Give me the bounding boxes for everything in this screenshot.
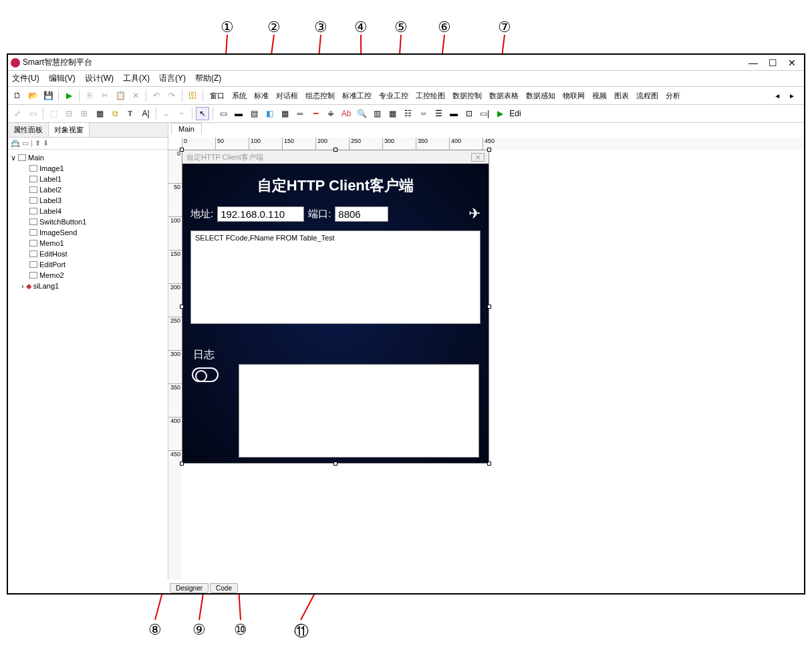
palette-next[interactable]: ►: [785, 91, 799, 101]
design-tab-main[interactable]: Main: [171, 123, 202, 134]
text-icon[interactable]: A|: [139, 107, 152, 120]
comp-icon[interactable]: ═: [293, 107, 307, 120]
comp-icon[interactable]: ▭: [217, 107, 230, 120]
object-tree[interactable]: ∨ Main Image1 Label1 Label2 Label3 Label…: [8, 150, 168, 294]
new-icon[interactable]: 🗋: [11, 89, 24, 102]
comp-icon[interactable]: ☰: [432, 107, 445, 120]
layers-icon[interactable]: ⧉: [108, 107, 122, 120]
palette-tab[interactable]: 专业工控: [376, 90, 412, 102]
tree-item[interactable]: Label3: [11, 195, 165, 206]
titlebar[interactable]: Smart智慧控制平台 — ☐ ✕: [8, 55, 804, 71]
tree-root[interactable]: ∨ Main: [11, 152, 165, 163]
comp-icon[interactable]: ▦: [386, 107, 399, 120]
label-log[interactable]: 日志: [193, 348, 489, 362]
menu-help[interactable]: 帮助(Z): [195, 73, 221, 84]
copy-icon[interactable]: ⎘: [83, 89, 96, 102]
comp-icon[interactable]: 🔍: [355, 107, 368, 120]
palette-tab[interactable]: 标准工控: [339, 90, 375, 102]
cut-icon[interactable]: ✂: [98, 89, 112, 102]
palette-tab[interactable]: 组态控制: [302, 90, 338, 102]
comp-icon[interactable]: ▭|: [478, 107, 491, 120]
switch-button[interactable]: [192, 367, 219, 382]
minimize-button[interactable]: —: [749, 57, 758, 68]
menu-tools[interactable]: 工具(X): [123, 73, 150, 84]
open-icon[interactable]: 📂: [26, 89, 39, 102]
comp-icon[interactable]: ▬: [232, 107, 245, 120]
tree-item[interactable]: Label4: [11, 206, 165, 216]
palette-tab[interactable]: 标准: [251, 90, 272, 102]
tab-designer[interactable]: Designer: [170, 583, 209, 593]
edit-host[interactable]: [217, 206, 304, 222]
comp-icon[interactable]: ◧: [263, 107, 276, 120]
tree-item[interactable]: EditHost: [11, 249, 165, 259]
align-icon[interactable]: ⬚: [47, 107, 60, 120]
tree-item[interactable]: Memo2: [11, 270, 165, 281]
memo-request[interactable]: SELECT FCode,FName FROM Table_Test: [190, 230, 481, 324]
align-icon[interactable]: ⤢: [11, 107, 24, 120]
menu-file[interactable]: 文件(U): [12, 73, 39, 84]
tree-item[interactable]: SwitchButton1: [11, 216, 165, 227]
paste-icon[interactable]: 📋: [114, 89, 127, 102]
close-button[interactable]: ✕: [788, 57, 796, 68]
form-canvas[interactable]: 自定HTTP Client客户端 ✕ 自定HTTP Client客户端 地址: …: [182, 150, 489, 464]
tree-item[interactable]: ImageSend: [11, 227, 165, 238]
palette-tab[interactable]: 系统: [229, 90, 250, 102]
palette-tab[interactable]: 分析: [662, 90, 684, 102]
pointer-icon[interactable]: ↖: [196, 107, 209, 120]
palette-tab[interactable]: 图表: [611, 90, 632, 102]
align-icon[interactable]: ⫟: [175, 107, 188, 120]
palette-tab[interactable]: 对话框: [273, 90, 301, 102]
tree-item[interactable]: Label1: [11, 174, 165, 184]
edit-port[interactable]: [335, 206, 388, 222]
align-icon[interactable]: ▦: [93, 107, 106, 120]
key-icon[interactable]: ⚿: [186, 89, 199, 102]
design-area[interactable]: Main 050100150200250300350400450 0501001…: [168, 123, 804, 580]
align-icon[interactable]: ⊞: [78, 107, 91, 120]
menu-design[interactable]: 设计(W): [85, 73, 114, 84]
comp-icon[interactable]: Edi: [509, 107, 522, 120]
palette-tab[interactable]: 窗口: [207, 90, 228, 102]
align-icon[interactable]: ⊟: [62, 107, 76, 120]
comp-icon[interactable]: ━: [309, 107, 322, 120]
label-port[interactable]: 端口:: [308, 208, 331, 220]
run-icon[interactable]: ▶: [62, 89, 76, 102]
align-icon[interactable]: ⫪: [124, 107, 137, 120]
palette-tab[interactable]: 数据表格: [486, 90, 522, 102]
comp-icon[interactable]: Ab: [340, 107, 353, 120]
palette-tab[interactable]: 物联网: [559, 90, 588, 102]
memo-log[interactable]: [239, 364, 479, 458]
tab-properties[interactable]: 属性面板: [8, 123, 49, 137]
palette-tab[interactable]: 视频: [589, 90, 610, 102]
align-icon[interactable]: ▭: [26, 107, 39, 120]
tab-code[interactable]: Code: [210, 583, 238, 593]
form-close-icon[interactable]: ✕: [471, 153, 485, 162]
palette-tab[interactable]: 流程图: [633, 90, 662, 102]
tree-item[interactable]: Image1: [11, 163, 165, 174]
tree-item[interactable]: EditPort: [11, 259, 165, 270]
comp-icon[interactable]: ▬: [447, 107, 460, 120]
comp-icon[interactable]: ▦: [278, 107, 291, 120]
delete-icon[interactable]: ✕: [129, 89, 142, 102]
save-icon[interactable]: 💾: [41, 89, 55, 102]
palette-tab[interactable]: 数据控制: [449, 90, 485, 102]
comp-icon[interactable]: ≑: [324, 107, 337, 120]
redo-icon[interactable]: ↷: [165, 89, 178, 102]
label-title[interactable]: 自定HTTP Client客户端: [182, 176, 489, 196]
comp-icon[interactable]: ☷: [401, 107, 414, 120]
comp-icon[interactable]: ⎃: [416, 107, 430, 120]
tree-item[interactable]: › ◆ siLang1: [11, 281, 165, 291]
tab-object-tree[interactable]: 对象视窗: [49, 123, 90, 137]
palette-prev[interactable]: ◄: [771, 91, 784, 101]
maximize-button[interactable]: ☐: [769, 57, 777, 68]
comp-icon[interactable]: ▥: [370, 107, 384, 120]
label-address[interactable]: 地址:: [190, 208, 213, 220]
tree-item[interactable]: Label2: [11, 184, 165, 195]
menu-edit[interactable]: 编辑(V): [49, 73, 76, 84]
tree-item[interactable]: Memo1: [11, 238, 165, 249]
menu-language[interactable]: 语言(Y): [159, 73, 186, 84]
align-icon[interactable]: ⫠: [160, 107, 173, 120]
palette-tab[interactable]: 工控绘图: [412, 90, 448, 102]
comp-icon[interactable]: ⊡: [462, 107, 476, 120]
palette-tab[interactable]: 数据感知: [523, 90, 559, 102]
undo-icon[interactable]: ↶: [150, 89, 163, 102]
